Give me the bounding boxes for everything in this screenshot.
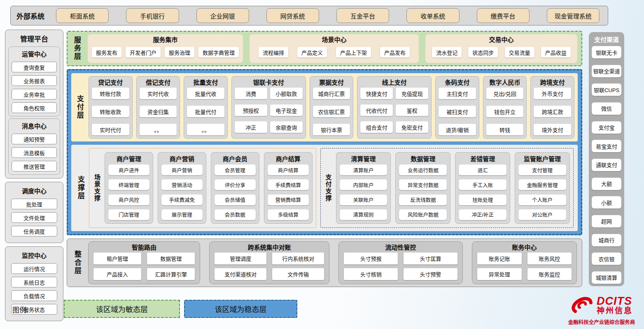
payment-column: 跨境支付外币支付跨境汇款境外支付 [530,76,574,139]
support-item-box: 内部账户 [340,179,387,190]
legend-label: 图例: [12,304,28,315]
support-group: 商户营销商户营销营销活动手续费减免展示管理 [158,152,206,224]
support-group-title: 差错管理 [459,154,506,164]
support-item-box: 手续费结算 [268,179,309,190]
payment-channel-box: 支付宝 [592,121,621,134]
integration-group: 账务中心账务记账账务风控异常处理账务监控 [472,241,577,284]
sidebar-section-title: 监控中心 [8,249,60,260]
service-item-box: 流程编排 [259,47,288,58]
support-item-box: 手续费减免 [161,195,203,205]
payment-column-items: 快捷支付充值提现代收代付鉴权组合支付免密支付 [360,88,428,135]
support-item-box: 对公账户 [518,209,566,220]
payment-channel-box: 超网 [592,215,621,227]
payment-layer-columns: 贷记支付转账付款转账收款实时代付借记支付实时代收资金归集。。批量支付批量代收批量… [89,76,574,139]
payment-channel-box: 易宝支付 [592,140,621,152]
payment-column-items: 城商行汇票农信银汇票银行本票 [313,88,350,135]
payment-item-box: 代收代付 [360,104,393,116]
service-item-box: 开发者门户 [126,47,161,58]
sidebar-item-box: 查询查复 [12,62,57,72]
support-item-box: 支付管理 [518,164,566,175]
external-system-box: 企业网银 [196,8,249,23]
payment-item-box: 主扫支付 [439,88,476,99]
support-group-items: 业务运行数据异常支付数据反洗钱数据风险账户数据 [399,164,447,220]
support-layer-sections: 场景支撑商户管理商户进件终端管理商户风控门店管理商户营销商户营销营销活动手续费减… [89,148,574,228]
integration-group: 跨系统集中对账管理调度行内系统核对支付渠道核对文件传输 [209,241,329,284]
integration-layer: 整合层 智能路由租户管理数据管理产品接入汇路计算引擎跨系统集中对账管理调度行内系… [67,239,582,287]
payment-column: 条码支付主扫支付被扫支付退货/撤销 [435,76,479,139]
integration-group-title: 智能路由 [93,243,195,253]
support-group: 商户会员会员管理评价分享会员储值会员数据 [211,152,259,224]
service-layer-label: 服务层 [72,34,82,63]
payment-item-box: 跨境汇款 [534,106,571,117]
sidebar-section: 消息中心通知预警消息模板推送管理 [8,118,60,175]
support-item-box: 清算规则 [340,209,387,220]
integration-item-box: 支付渠道核对 [215,268,266,280]
payment-channel-box: 银联全渠道 [592,65,621,77]
payment-item-box: 消费 [235,88,267,99]
payment-item-box: 免密支付 [396,121,428,133]
integration-item-box: 租户管理 [93,253,141,264]
sidebar-section-title: 运管中心 [9,48,60,59]
service-item-box: 服务治理 [165,47,194,58]
support-item-box: 终端管理 [108,179,149,190]
support-section-groups: 清算管理清算账户内部账户关联账户清算规则数据管理业务运行数据异常支付数据反洗钱数… [336,152,570,224]
support-group-items: 清算账户内部账户关联账户清算规则 [340,164,387,220]
payment-column-items: 主扫支付被扫支付退货/撤销 [439,88,476,135]
support-group-title: 商户会员 [215,154,256,164]
sidebar-section-title: 调度中心 [8,185,60,196]
service-item-box: 产品定义 [297,47,327,58]
payment-channel-box: 银联CUPS [592,83,621,96]
service-item-box: 数据字典管理 [198,47,239,58]
support-group-items: 支付管理金融服务管理个人账户对公账户 [518,164,566,220]
support-item-box: 会员储值 [215,195,256,205]
support-item-box: 业务运行数据 [399,164,447,175]
support-group-items: 商户结算手续费结算营销费结算多级结算 [268,164,309,220]
support-item-box: 门店管理 [108,209,149,220]
dcits-logo: DCITS 神州信息 金融科技全产业链综合服务商 [565,294,638,326]
integration-group-title: 跨系统集中对账 [215,243,324,253]
payment-item-box: 余额查询 [270,121,303,133]
integration-item-box: 汇路计算引擎 [147,268,195,280]
payment-item-box: 转钱 [486,124,524,135]
support-item-box: 关联账户 [340,195,387,205]
payment-channel-box: 通联支付 [592,159,621,171]
support-item-box: 商户进件 [108,164,149,175]
integration-group-items: 租户管理数据管理产品接入汇路计算引擎 [93,253,195,280]
payment-column-title: 借记支付 [140,78,177,88]
integration-item-box: 管理调度 [215,253,266,264]
support-group: 数据管理业务运行数据异常支付数据反洗钱数据风险账户数据 [395,152,450,224]
payment-item-box: 组合支付 [360,121,393,133]
support-item-box: 异常支付数据 [399,179,447,190]
service-group-items: 流水登记状态同步交易流量产品收益 [429,44,573,60]
support-layer: 支撑层 场景支撑商户管理商户进件终端管理商户风控门店管理商户营销商户营销营销活动… [71,145,578,231]
support-section-label: 场景支撑 [93,152,101,224]
payment-item-box: 钱包开立 [486,106,524,117]
payment-item-box: 鉴权 [396,104,428,116]
management-platform-title: 管理平台 [5,32,63,44]
payment-channels-list: 银联无卡银联全渠道银联CUPS微信支付宝易宝支付通联支付大额小额超网城商行农信银… [592,46,621,284]
payment-item-box: 外币支付 [534,88,571,99]
support-group-items: 退汇手工入账挂账处理冲正/补正 [459,164,506,220]
payment-channel-box: 农信银 [592,253,621,265]
integration-layer-label: 整合层 [72,241,82,284]
payment-item-box: 。。 [140,124,177,135]
integration-item-box: 头寸核销 [344,268,398,280]
payment-item-box: 电子现金 [270,104,303,116]
sidebar-item-box: 批处理 [11,199,57,209]
support-group-title: 商户管理 [108,154,149,164]
support-layer-label: 支撑层 [75,148,86,228]
integration-group: 智能路由租户管理数据管理产品接入汇路计算引擎 [88,241,200,284]
integration-group-items: 管理调度行内系统核对支付渠道核对文件传输 [215,253,324,280]
payment-channel-box: 微信 [592,102,621,115]
payment-column-items: 批量代收批量代付。。 [187,88,224,135]
payment-column-title: 数字人民币 [486,78,524,88]
service-group-items: 流程编排产品定义产品上下架产品发布 [254,44,415,60]
service-item-box: 产品收益 [541,47,571,58]
payment-item-box: 城商行汇票 [313,88,350,99]
support-item-box: 营销活动 [161,179,203,190]
sidebar-item-box: 角色权限 [12,102,57,113]
external-system-box: 手机银行 [126,8,179,23]
sidebar-section-title: 消息中心 [9,120,60,131]
external-system-box: 缴费平台 [477,8,530,23]
sidebar-item-box: 消息模板 [12,147,57,158]
